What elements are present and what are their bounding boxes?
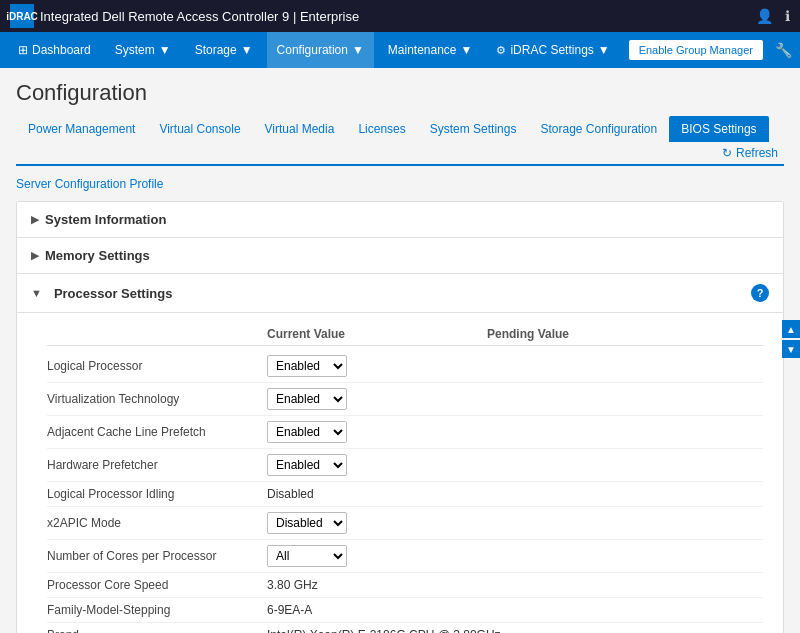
memory-settings-title: Memory Settings (45, 248, 150, 263)
page-title: Configuration (16, 80, 784, 106)
row-value: Intel(R) Xeon(R) E-2186G CPU @ 3.80GHz (267, 628, 667, 633)
row-label: Hardware Prefetcher (47, 458, 267, 472)
nav-idrac[interactable]: ⚙ iDRAC Settings ▼ (486, 32, 619, 68)
table-headers: Current Value Pending Value (47, 323, 763, 346)
page-content: Configuration Power Management Virtual C… (0, 68, 800, 633)
table-row: Hardware Prefetcher EnabledDisabled (47, 449, 763, 482)
settings-icon[interactable]: 🔧 (775, 42, 792, 58)
row-label: Processor Core Speed (47, 578, 267, 592)
row-label: Logical Processor (47, 359, 267, 373)
scroll-buttons: ▲ ▼ (782, 320, 800, 358)
row-value[interactable]: DisabledEnabled (267, 512, 487, 534)
x2apic-mode-select[interactable]: DisabledEnabled (267, 512, 347, 534)
processor-settings-header[interactable]: ▼ Processor Settings ? (17, 274, 783, 313)
row-value: Disabled (267, 487, 487, 501)
nav-system[interactable]: System ▼ (105, 32, 181, 68)
table-row: x2APIC Mode DisabledEnabled (47, 507, 763, 540)
row-label: Brand (47, 628, 267, 633)
row-value[interactable]: EnabledDisabled (267, 454, 487, 476)
col-pending-header: Pending Value (487, 327, 569, 341)
tabs-row-2: Server Configuration Profile (16, 176, 784, 191)
info-icon[interactable]: ℹ (785, 8, 790, 24)
nav-bar: ⊞ Dashboard System ▼ Storage ▼ Configura… (0, 32, 800, 68)
dell-logo: iDRAC (10, 4, 34, 28)
table-row: Logical Processor EnabledDisabled (47, 350, 763, 383)
table-row: Processor Core Speed 3.80 GHz (47, 573, 763, 598)
scroll-up-button[interactable]: ▲ (782, 320, 800, 338)
chevron-down-icon: ▼ (598, 43, 610, 57)
table-row: Virtualization Technology EnabledDisable… (47, 383, 763, 416)
user-icon[interactable]: 👤 (756, 8, 773, 24)
nav-maintenance[interactable]: Maintenance ▼ (378, 32, 483, 68)
row-label: Family-Model-Stepping (47, 603, 267, 617)
table-row: Family-Model-Stepping 6-9EA-A (47, 598, 763, 623)
chevron-down-icon: ▼ (31, 287, 42, 299)
row-label: Adjacent Cache Line Prefetch (47, 425, 267, 439)
processor-settings-section: ▼ Processor Settings ? Current Value Pen… (17, 274, 783, 633)
row-value[interactable]: All1246 (267, 545, 487, 567)
chevron-right-icon: ▶ (31, 249, 39, 262)
table-row: Logical Processor Idling Disabled (47, 482, 763, 507)
row-label: Number of Cores per Processor (47, 549, 267, 563)
col-label-header (47, 327, 267, 341)
enable-group-manager-button[interactable]: Enable Group Manager (629, 40, 763, 60)
tab-power-management[interactable]: Power Management (16, 116, 147, 142)
nav-dashboard[interactable]: ⊞ Dashboard (8, 32, 101, 68)
row-label: Virtualization Technology (47, 392, 267, 406)
top-bar-actions: 👤 ℹ (756, 8, 790, 24)
row-value[interactable]: EnabledDisabled (267, 421, 487, 443)
table-row: Adjacent Cache Line Prefetch EnabledDisa… (47, 416, 763, 449)
chevron-down-icon: ▼ (159, 43, 171, 57)
row-label: x2APIC Mode (47, 516, 267, 530)
refresh-button[interactable]: ↻ Refresh (716, 142, 784, 164)
processor-header-left: ▼ Processor Settings (31, 286, 172, 301)
row-value: 3.80 GHz (267, 578, 487, 592)
system-information-section-header[interactable]: ▶ System Information (17, 202, 783, 238)
help-icon[interactable]: ? (751, 284, 769, 302)
system-information-title: System Information (45, 212, 166, 227)
main-card: ▶ System Information ▶ Memory Settings ▼… (16, 201, 784, 633)
virtualization-technology-select[interactable]: EnabledDisabled (267, 388, 347, 410)
hardware-prefetcher-select[interactable]: EnabledDisabled (267, 454, 347, 476)
app-title: Integrated Dell Remote Access Controller… (40, 9, 359, 24)
memory-settings-section-header[interactable]: ▶ Memory Settings (17, 238, 783, 274)
chevron-down-icon: ▼ (461, 43, 473, 57)
dashboard-icon: ⊞ (18, 43, 28, 57)
col-current-header: Current Value (267, 327, 487, 341)
row-label: Logical Processor Idling (47, 487, 267, 501)
tab-server-configuration-profile[interactable]: Server Configuration Profile (16, 171, 175, 197)
scroll-down-button[interactable]: ▼ (782, 340, 800, 358)
row-value[interactable]: EnabledDisabled (267, 388, 487, 410)
nav-configuration[interactable]: Configuration ▼ (267, 32, 374, 68)
tab-system-settings[interactable]: System Settings (418, 116, 529, 142)
adjacent-cache-select[interactable]: EnabledDisabled (267, 421, 347, 443)
table-row: Number of Cores per Processor All1246 (47, 540, 763, 573)
table-row: Brand Intel(R) Xeon(R) E-2186G CPU @ 3.8… (47, 623, 763, 633)
top-bar: iDRAC Integrated Dell Remote Access Cont… (0, 0, 800, 32)
tab-bios-settings[interactable]: BIOS Settings (669, 116, 768, 142)
num-cores-select[interactable]: All1246 (267, 545, 347, 567)
row-value[interactable]: EnabledDisabled (267, 355, 487, 377)
tab-virtual-media[interactable]: Virtual Media (253, 116, 347, 142)
chevron-down-icon: ▼ (241, 43, 253, 57)
processor-settings-title: Processor Settings (54, 286, 173, 301)
row-value: 6-9EA-A (267, 603, 487, 617)
tab-storage-configuration[interactable]: Storage Configuration (528, 116, 669, 142)
app-logo: iDRAC Integrated Dell Remote Access Cont… (10, 4, 359, 28)
refresh-icon: ↻ (722, 146, 732, 160)
logical-processor-select[interactable]: EnabledDisabled (267, 355, 347, 377)
tabs-row: Power Management Virtual Console Virtual… (16, 116, 784, 166)
tab-virtual-console[interactable]: Virtual Console (147, 116, 252, 142)
nav-storage[interactable]: Storage ▼ (185, 32, 263, 68)
processor-table: Current Value Pending Value Logical Proc… (17, 313, 783, 633)
chevron-down-icon: ▼ (352, 43, 364, 57)
tab-licenses[interactable]: Licenses (346, 116, 417, 142)
chevron-right-icon: ▶ (31, 213, 39, 226)
